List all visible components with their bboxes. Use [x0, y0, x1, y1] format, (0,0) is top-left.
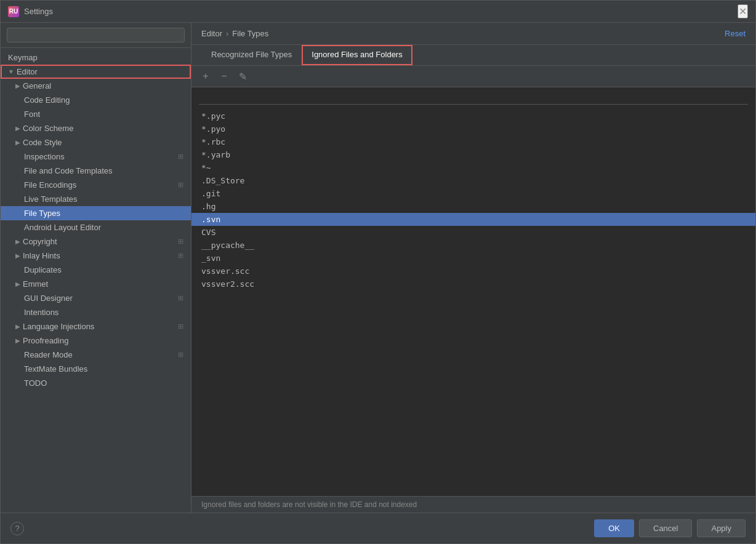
- breadcrumb-separator: ›: [226, 29, 228, 38]
- sidebar-item-inspections[interactable]: Inspections⊞: [1, 150, 191, 164]
- sidebar-item-duplicates[interactable]: Duplicates: [1, 263, 191, 277]
- sidebar-item-label: Live Templates: [24, 194, 77, 204]
- sidebar-item-label: Android Layout Editor: [24, 223, 101, 232]
- sidebar-item-label: Editor: [17, 67, 38, 76]
- chevron-icon: ▶: [15, 238, 20, 245]
- file-item-pyc[interactable]: *.pyc: [191, 110, 755, 122]
- app-icon: RU: [8, 6, 19, 17]
- sidebar-item-label: Keymap: [8, 53, 38, 62]
- edit-button[interactable]: ✎: [236, 70, 249, 83]
- filter-row: [191, 87, 755, 107]
- sidebar-item-copyright[interactable]: ▶ Copyright⊞: [1, 234, 191, 249]
- file-item-svn2[interactable]: _svn: [191, 252, 755, 265]
- sidebar-item-label: Code Editing: [24, 95, 70, 105]
- file-item-pycache[interactable]: __pycache__: [191, 239, 755, 252]
- content-body: + − ✎ *.pyc*.pyo*.rbc*.yarb*~.DS_Store.g…: [191, 66, 755, 496]
- sidebar-item-label: File and Code Templates: [24, 166, 113, 175]
- sidebar-item-label: Duplicates: [24, 265, 62, 274]
- sidebar-item-label: TODO: [24, 378, 47, 388]
- sidebar-item-editor[interactable]: ▼ Editor: [1, 65, 191, 79]
- filter-input[interactable]: [199, 90, 748, 105]
- sidebar-item-label: TextMate Bundles: [24, 364, 87, 374]
- file-item-vssver[interactable]: vssver.scc: [191, 265, 755, 278]
- sidebar-item-label: Font: [24, 110, 40, 119]
- sidebar-item-intentions[interactable]: Intentions: [1, 305, 191, 319]
- file-item-pyo[interactable]: *.pyo: [191, 122, 755, 135]
- dialog-title: Settings: [24, 7, 53, 16]
- sidebar-item-file-encodings[interactable]: File Encodings⊞: [1, 178, 191, 192]
- file-item-hg[interactable]: .hg: [191, 200, 755, 213]
- chevron-icon: ▶: [15, 82, 20, 89]
- sidebar-item-todo[interactable]: TODO: [1, 376, 191, 390]
- sidebar-item-keymap[interactable]: Keymap: [1, 50, 191, 65]
- sidebar: Keymap▼ Editor▶ GeneralCode EditingFont▶…: [1, 23, 191, 513]
- file-item-vssver2[interactable]: vssver2.scc: [191, 278, 755, 290]
- sidebar-item-label: Code Style: [23, 138, 62, 147]
- chevron-icon: ▶: [15, 252, 20, 259]
- tab-recognized[interactable]: Recognized File Types: [201, 45, 302, 65]
- add-button[interactable]: +: [199, 70, 212, 83]
- apply-button[interactable]: Apply: [697, 519, 746, 537]
- help-button[interactable]: ?: [10, 522, 24, 535]
- tabs-bar: Recognized File TypesIgnored Files and F…: [191, 45, 755, 66]
- search-box: [1, 23, 191, 48]
- sidebar-item-file-types[interactable]: File Types: [1, 206, 191, 220]
- page-icon: ⊞: [178, 153, 183, 161]
- page-icon: ⊞: [178, 252, 183, 260]
- sidebar-item-label: General: [23, 81, 51, 90]
- sidebar-item-emmet[interactable]: ▶ Emmet: [1, 277, 191, 291]
- sidebar-item-label: Inlay Hints: [23, 251, 60, 260]
- chevron-icon: ▶: [15, 125, 20, 132]
- footer-left: ?: [10, 522, 24, 535]
- tab-ignored[interactable]: Ignored Files and Folders: [302, 45, 412, 65]
- sidebar-item-label: GUI Designer: [24, 294, 73, 303]
- sidebar-item-label: Reader Mode: [24, 350, 73, 359]
- sidebar-item-code-style[interactable]: ▶ Code Style: [1, 135, 191, 150]
- sidebar-item-color-scheme[interactable]: ▶ Color Scheme: [1, 121, 191, 135]
- sidebar-item-language-injections[interactable]: ▶ Language Injections⊞: [1, 319, 191, 334]
- file-item-git[interactable]: .git: [191, 187, 755, 200]
- sidebar-item-file-code-templates[interactable]: File and Code Templates: [1, 164, 191, 178]
- cancel-button[interactable]: Cancel: [639, 519, 692, 537]
- page-icon: ⊞: [178, 351, 183, 359]
- search-input[interactable]: [7, 28, 185, 42]
- settings-dialog: RU Settings ✕ Keymap▼ Editor▶ GeneralCod…: [0, 0, 756, 544]
- main-content: Keymap▼ Editor▶ GeneralCode EditingFont▶…: [1, 23, 755, 513]
- sidebar-item-proofreading[interactable]: ▶ Proofreading: [1, 334, 191, 348]
- sidebar-item-android-layout-editor[interactable]: Android Layout Editor: [1, 220, 191, 234]
- breadcrumb-part1: Editor: [201, 29, 222, 38]
- file-item-tilde[interactable]: *~: [191, 161, 755, 174]
- content-header: Editor › File Types Reset: [191, 23, 755, 45]
- sidebar-item-gui-designer[interactable]: GUI Designer⊞: [1, 291, 191, 305]
- reset-button[interactable]: Reset: [725, 29, 746, 38]
- remove-button[interactable]: −: [217, 70, 231, 83]
- content-area: Editor › File Types Reset Recognized Fil…: [191, 23, 755, 513]
- title-bar: RU Settings ✕: [1, 1, 755, 23]
- sidebar-item-font[interactable]: Font: [1, 107, 191, 121]
- sidebar-item-live-templates[interactable]: Live Templates: [1, 192, 191, 206]
- file-item-svn[interactable]: .svn: [191, 213, 755, 226]
- page-icon: ⊞: [178, 238, 183, 246]
- file-item-rbc[interactable]: *.rbc: [191, 135, 755, 148]
- status-bar: Ignored files and folders are not visibl…: [191, 496, 755, 513]
- file-item-ds-store[interactable]: .DS_Store: [191, 174, 755, 187]
- sidebar-item-textmate-bundles[interactable]: TextMate Bundles: [1, 362, 191, 376]
- file-list: *.pyc*.pyo*.rbc*.yarb*~.DS_Store.git.hg.…: [191, 107, 755, 496]
- chevron-icon: ▶: [15, 281, 20, 287]
- breadcrumb-part2: File Types: [232, 29, 268, 38]
- ok-button[interactable]: OK: [594, 519, 634, 537]
- file-item-yarb[interactable]: *.yarb: [191, 148, 755, 161]
- breadcrumb: Editor › File Types: [201, 29, 268, 38]
- sidebar-item-label: Emmet: [23, 279, 48, 289]
- sidebar-item-inlay-hints[interactable]: ▶ Inlay Hints⊞: [1, 249, 191, 263]
- file-item-cvs[interactable]: CVS: [191, 226, 755, 239]
- sidebar-item-reader-mode[interactable]: Reader Mode⊞: [1, 348, 191, 362]
- sidebar-item-general[interactable]: ▶ General: [1, 79, 191, 93]
- close-button[interactable]: ✕: [738, 4, 748, 18]
- footer-right: OK Cancel Apply: [594, 519, 746, 537]
- page-icon: ⊞: [178, 294, 183, 302]
- chevron-icon: ▼: [8, 68, 14, 75]
- footer: ? OK Cancel Apply: [1, 513, 755, 543]
- sidebar-item-code-editing[interactable]: Code Editing: [1, 93, 191, 107]
- sidebar-item-label: Copyright: [23, 237, 57, 246]
